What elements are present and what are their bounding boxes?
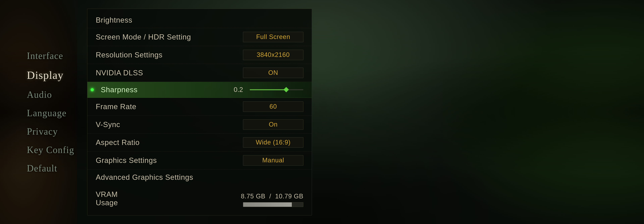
value-aspect-ratio[interactable]: Wide (16:9) <box>243 137 304 148</box>
value-graphics-settings-text: Manual <box>262 157 284 164</box>
label-nvidia-dlss: NVIDIA DLSS <box>96 69 243 77</box>
settings-panel: Brightness Screen Mode / HDR Setting Ful… <box>87 9 312 216</box>
row-screen-mode: Screen Mode / HDR Setting Full Screen <box>88 28 312 46</box>
label-sharpness: Sharpness <box>96 86 202 94</box>
value-screen-mode-text: Full Screen <box>256 33 290 40</box>
label-advanced-graphics: Advanced Graphics Settings <box>96 173 304 182</box>
sharpness-slider-container: 0.2 <box>202 86 304 94</box>
row-vram: VRAM Usage 8.75 GB / 10.79 GB <box>88 185 312 212</box>
vram-bar-fill <box>243 202 292 207</box>
value-nvidia-dlss-text: ON <box>268 69 278 76</box>
main-layout: Interface Display Audio Language Privacy… <box>0 0 644 224</box>
row-aspect-ratio: Aspect Ratio Wide (16:9) <box>88 134 312 151</box>
label-v-sync: V-Sync <box>96 120 243 129</box>
vram-separator: / <box>269 193 271 200</box>
value-v-sync-text: On <box>269 121 278 128</box>
row-resolution: Resolution Settings 3840x2160 <box>88 46 312 64</box>
sidebar-item-display[interactable]: Display <box>27 67 80 83</box>
sidebar-nav: Interface Display Audio Language Privacy… <box>27 49 87 175</box>
label-aspect-ratio: Aspect Ratio <box>96 138 243 147</box>
vram-usage-text: 8.75 GB / 10.79 GB <box>241 193 304 200</box>
value-frame-rate-text: 60 <box>270 103 277 110</box>
sidebar-label-default: Default <box>27 163 57 173</box>
row-v-sync: V-Sync On <box>88 116 312 134</box>
value-aspect-ratio-text: Wide (16:9) <box>256 139 290 146</box>
sidebar-item-default[interactable]: Default <box>27 162 80 175</box>
label-resolution: Resolution Settings <box>96 51 243 59</box>
label-brightness: Brightness <box>96 16 304 24</box>
slider-active-indicator <box>91 88 94 91</box>
value-graphics-settings[interactable]: Manual <box>243 155 304 166</box>
value-resolution[interactable]: 3840x2160 <box>243 50 304 60</box>
sidebar-label-privacy: Privacy <box>27 126 58 137</box>
sidebar-item-key-config[interactable]: Key Config <box>27 143 80 157</box>
value-nvidia-dlss[interactable]: ON <box>243 68 304 78</box>
vram-row-content: VRAM Usage 8.75 GB / 10.79 GB <box>96 190 304 207</box>
value-frame-rate[interactable]: 60 <box>243 102 304 112</box>
row-graphics-settings: Graphics Settings Manual <box>88 151 312 169</box>
sidebar-label-display: Display <box>27 69 64 81</box>
label-screen-mode: Screen Mode / HDR Setting <box>96 33 243 41</box>
row-advanced-graphics[interactable]: Advanced Graphics Settings <box>88 169 312 185</box>
sidebar-label-interface: Interface <box>27 51 63 61</box>
vram-bar-container <box>243 202 304 207</box>
label-frame-rate: Frame Rate <box>96 103 243 111</box>
label-vram: VRAM Usage <box>96 190 118 207</box>
row-frame-rate: Frame Rate 60 <box>88 98 312 116</box>
sidebar-label-audio: Audio <box>27 89 52 100</box>
sidebar-label-key-config: Key Config <box>27 145 74 155</box>
sidebar-item-interface[interactable]: Interface <box>27 49 80 62</box>
row-sharpness: Sharpness 0.2 <box>88 82 312 98</box>
sharpness-slider-fill <box>250 89 287 90</box>
sharpness-slider-track[interactable] <box>250 89 304 90</box>
panel-inner: Brightness Screen Mode / HDR Setting Ful… <box>88 9 312 215</box>
value-resolution-text: 3840x2160 <box>256 51 290 58</box>
sidebar-item-privacy[interactable]: Privacy <box>27 125 80 138</box>
sidebar-label-language: Language <box>27 108 66 118</box>
sharpness-slider-thumb <box>284 87 289 92</box>
row-nvidia-dlss: NVIDIA DLSS ON <box>88 64 312 82</box>
sharpness-value: 0.2 <box>230 86 243 94</box>
sidebar-item-audio[interactable]: Audio <box>27 88 80 101</box>
value-v-sync[interactable]: On <box>243 119 304 130</box>
row-brightness: Brightness <box>88 12 312 28</box>
sidebar-item-language[interactable]: Language <box>27 106 80 120</box>
vram-used: 8.75 GB <box>241 193 265 200</box>
vram-total: 10.79 GB <box>275 193 304 200</box>
vram-info: 8.75 GB / 10.79 GB <box>118 193 304 207</box>
label-graphics-settings: Graphics Settings <box>96 156 243 165</box>
value-screen-mode[interactable]: Full Screen <box>243 32 304 42</box>
